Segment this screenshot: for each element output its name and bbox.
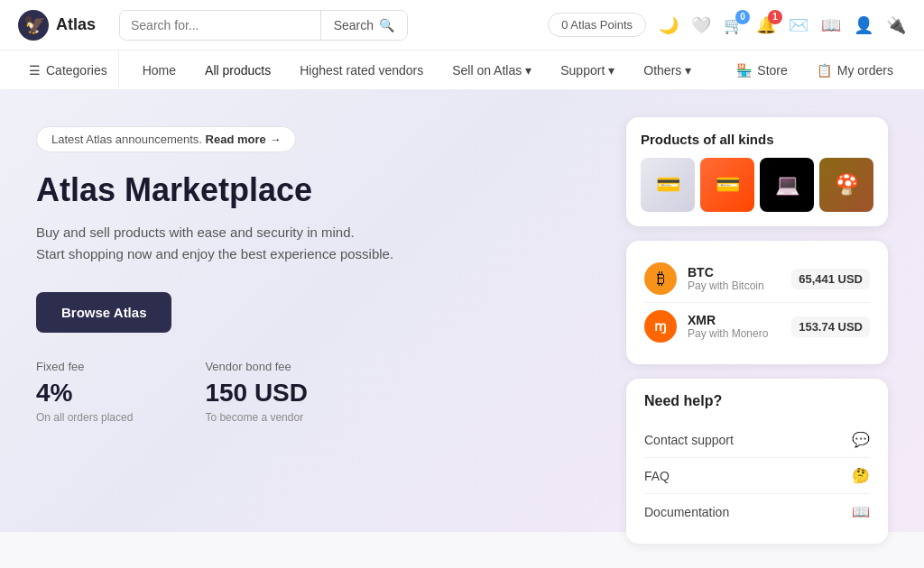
btc-price: 65,441 USD [791,269,870,289]
account-button[interactable]: 👤 [854,15,873,35]
products-grid: 💳 💳 💻 🍄 [641,158,873,212]
right-column: Products of all kinds 💳 💳 💻 🍄 ₿ [626,117,888,544]
help-item[interactable]: FAQ🤔 [644,458,870,494]
btc-desc: Pay with Bitcoin [688,279,781,292]
xmr-name: XMR [688,313,781,327]
chevron-down-icon: ▾ [525,63,531,78]
dark-mode-toggle[interactable]: 🌙 [659,15,679,35]
help-title: Need help? [644,393,870,409]
xmr-icon: ɱ [644,310,677,343]
nav-my-orders[interactable]: 📋 My orders [804,50,906,90]
search-input[interactable] [120,11,320,40]
chevron-down-icon-support: ▾ [608,63,614,78]
product-thumb-1[interactable]: 💳 [641,158,695,212]
nav-sell-on-atlas[interactable]: Sell on Atlas ▾ [439,50,544,90]
cart-button[interactable]: 🛒 0 [724,15,744,35]
xmr-desc: Pay with Monero [688,327,781,340]
product-thumb-2[interactable]: 💳 [700,158,754,212]
cart-badge: 0 [735,10,750,24]
btc-info: BTC Pay with Bitcoin [688,265,781,292]
help-item-label: Contact support [644,433,734,447]
products-card-title: Products of all kinds [641,132,873,147]
nav-store[interactable]: 🏪 Store [724,50,799,90]
logout-icon: 🔌 [886,15,906,35]
vendor-bond-desc: To become a vendor [205,411,308,424]
xmr-item: ɱ XMR Pay with Monero 153.74 USD [644,302,870,350]
hero-section: Latest Atlas announcements. Read more → … [0,90,924,532]
fixed-fee-value: 4% [36,379,133,408]
hamburger-icon: ☰ [29,63,41,78]
search-bar: Search 🔍 [119,10,408,41]
fixed-fee-card: Fixed fee 4% On all orders placed [36,360,133,424]
product-thumb-3[interactable]: 💻 [760,158,814,212]
logo-icon: 🦅 [18,10,49,41]
vendor-bond-value: 150 USD [205,379,308,408]
help-item-icon: 💬 [852,431,870,448]
announcement-bar[interactable]: Latest Atlas announcements. Read more → [36,126,296,152]
logo[interactable]: 🦅 Atlas [18,10,108,41]
announcement-link[interactable]: Read more → [206,133,282,146]
navbar: ☰ Categories Home All products Highest r… [0,50,924,90]
header-right: 0 Atlas Points 🌙 🤍 🛒 0 🔔 1 ✉️ 📖 👤 🔌 [548,13,906,37]
heart-icon: 🤍 [691,15,711,35]
vendor-bond-card: Vendor bond fee 150 USD To become a vend… [205,360,308,424]
fixed-fee-label: Fixed fee [36,360,133,373]
messages-button[interactable]: ✉️ [789,15,808,35]
crypto-card: ₿ BTC Pay with Bitcoin 65,441 USD ɱ XMR … [626,241,888,364]
vendor-bond-label: Vendor bond fee [205,360,308,373]
search-button[interactable]: Search 🔍 [320,11,407,40]
nav-highest-rated[interactable]: Highest rated vendors [287,50,436,90]
help-item-icon: 🤔 [852,467,870,484]
orders-icon: 📋 [817,63,832,78]
help-item[interactable]: Documentation📖 [644,494,870,529]
nav-others[interactable]: Others ▾ [631,50,704,90]
book-icon: 📖 [821,15,841,35]
products-card: Products of all kinds 💳 💳 💻 🍄 [626,117,888,226]
search-icon: 🔍 [379,18,394,32]
btc-item: ₿ BTC Pay with Bitcoin 65,441 USD [644,255,870,302]
xmr-info: XMR Pay with Monero [688,313,781,340]
svg-text:🦅: 🦅 [23,14,46,35]
help-card: Need help? Contact support💬FAQ🤔Documenta… [626,379,888,544]
help-item[interactable]: Contact support💬 [644,422,870,458]
categories-menu[interactable]: ☰ Categories [18,50,119,90]
moon-icon: 🌙 [659,15,679,35]
fixed-fee-desc: On all orders placed [36,411,133,424]
help-item-icon: 📖 [852,503,870,520]
product-thumb-4[interactable]: 🍄 [819,158,873,212]
notifications-button[interactable]: 🔔 1 [756,15,776,35]
help-items: Contact support💬FAQ🤔Documentation📖 [644,422,870,529]
logout-button[interactable]: 🔌 [886,15,906,35]
btc-name: BTC [688,265,781,279]
atlas-points[interactable]: 0 Atlas Points [548,13,646,37]
btc-icon: ₿ [644,262,677,295]
nav-all-products[interactable]: All products [192,50,283,90]
notifications-badge: 1 [768,10,782,24]
help-item-label: Documentation [644,505,729,519]
browse-atlas-button[interactable]: Browse Atlas [36,292,171,333]
store-icon: 🏪 [736,63,752,78]
favorites-button[interactable]: 🤍 [691,15,711,35]
xmr-price: 153.74 USD [791,316,870,337]
nav-support[interactable]: Support ▾ [548,50,627,90]
mail-icon: ✉️ [789,15,808,35]
nav-home[interactable]: Home [130,50,189,90]
nav-right: 🏪 Store 📋 My orders [724,50,906,90]
chevron-down-icon-others: ▾ [685,63,691,78]
help-item-label: FAQ [644,469,670,483]
user-icon: 👤 [854,15,873,35]
header: 🦅 Atlas Search 🔍 0 Atlas Points 🌙 🤍 🛒 0 … [0,0,924,50]
bookmarks-button[interactable]: 📖 [821,15,841,35]
